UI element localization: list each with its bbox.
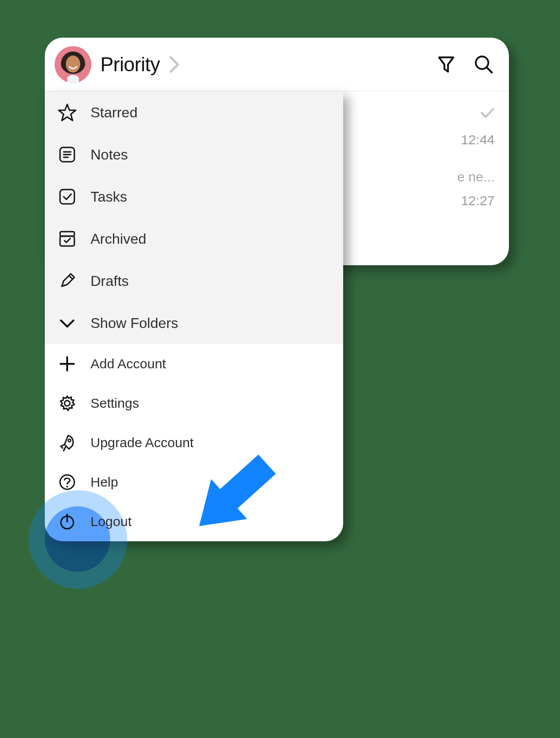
menu-item-label: Tasks — [90, 189, 127, 205]
power-icon — [57, 512, 77, 531]
gear-icon — [57, 393, 77, 413]
note-icon — [57, 145, 77, 164]
search-icon[interactable] — [473, 54, 495, 75]
chevron-right-icon[interactable] — [169, 56, 181, 73]
timestamp: 12:44 — [461, 132, 495, 147]
header: Priority — [45, 38, 509, 91]
svg-line-3 — [487, 68, 492, 73]
menu-item-notes[interactable]: Notes — [45, 134, 343, 176]
svg-point-1 — [66, 56, 80, 73]
menu-section-account: Add Account Settings Upgrade Account Hel… — [45, 344, 343, 541]
svg-point-14 — [65, 401, 70, 406]
menu-item-label: Help — [90, 475, 118, 490]
timestamp: 12:27 — [461, 193, 495, 208]
task-icon — [57, 187, 77, 207]
filter-icon[interactable] — [435, 54, 457, 75]
avatar[interactable] — [55, 46, 91, 83]
chevron-down-icon — [57, 313, 77, 333]
menu-item-add-account[interactable]: Add Account — [45, 344, 343, 384]
menu-item-label: Show Folders — [90, 315, 178, 332]
svg-point-15 — [68, 439, 71, 442]
menu-item-settings[interactable]: Settings — [45, 384, 343, 423]
page-title[interactable]: Priority — [100, 53, 160, 76]
check-icon — [480, 107, 495, 119]
menu-item-label: Upgrade Account — [90, 435, 194, 450]
star-icon — [57, 103, 77, 122]
menu-item-label: Notes — [90, 147, 128, 163]
menu-item-label: Add Account — [90, 356, 166, 371]
menu-item-starred[interactable]: Starred — [45, 91, 343, 134]
svg-point-17 — [66, 486, 68, 488]
menu-item-label: Starred — [90, 104, 138, 121]
plus-icon — [57, 354, 77, 374]
menu-item-label: Logout — [90, 514, 132, 529]
menu-item-drafts[interactable]: Drafts — [45, 260, 343, 302]
archive-icon — [57, 229, 77, 249]
help-icon — [57, 472, 77, 492]
menu-item-label: Settings — [90, 396, 139, 411]
menu-item-archived[interactable]: Archived — [45, 218, 343, 260]
menu-item-label: Drafts — [90, 273, 129, 289]
menu-section-folders: Starred Notes Tasks Archived Drafts — [45, 91, 343, 344]
svg-line-11 — [69, 276, 73, 279]
svg-rect-8 — [60, 190, 74, 204]
rocket-icon — [57, 433, 77, 453]
pencil-icon — [57, 271, 77, 291]
account-menu: Starred Notes Tasks Archived Drafts — [45, 91, 343, 541]
menu-item-label: Archived — [90, 231, 146, 247]
logout-menu-item[interactable]: Logout — [45, 502, 343, 541]
menu-item-upgrade[interactable]: Upgrade Account — [45, 423, 343, 462]
menu-item-show-folders[interactable]: Show Folders — [45, 302, 343, 344]
menu-item-tasks[interactable]: Tasks — [45, 176, 343, 218]
